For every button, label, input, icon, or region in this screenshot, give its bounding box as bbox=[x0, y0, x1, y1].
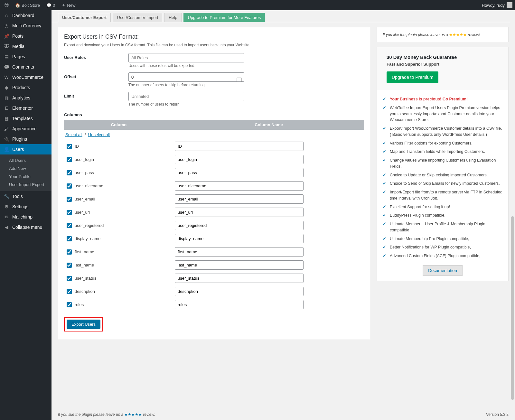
submenu-add-new[interactable]: Add New bbox=[0, 164, 52, 173]
column-name-input[interactable] bbox=[175, 300, 304, 309]
premium-box: 30 Day Money Back Guarantee Fast and Sup… bbox=[377, 47, 509, 281]
column-row: user_email bbox=[64, 192, 364, 206]
upgrade-premium-button[interactable]: Upgrade to Premium bbox=[387, 71, 438, 83]
column-name-input[interactable] bbox=[175, 168, 304, 177]
comment-icon: 💬 bbox=[3, 64, 10, 70]
column-name-input[interactable] bbox=[175, 208, 304, 217]
column-checkbox[interactable] bbox=[67, 249, 72, 255]
limit-input[interactable] bbox=[128, 92, 244, 101]
currency-icon: ◎ bbox=[3, 23, 10, 28]
column-key: display_name bbox=[75, 236, 100, 241]
column-row: display_name bbox=[64, 232, 364, 245]
column-row: user_nicename bbox=[64, 179, 364, 192]
column-checkbox[interactable] bbox=[67, 144, 72, 149]
column-checkbox[interactable] bbox=[67, 197, 72, 202]
documentation-button[interactable]: Documentation bbox=[423, 265, 463, 276]
premium-feature: Map and Transform fields while Importing… bbox=[383, 147, 502, 156]
menu-comments[interactable]: 💬Comments bbox=[0, 62, 52, 72]
column-name-input[interactable] bbox=[175, 181, 304, 191]
column-key: user_login bbox=[75, 157, 94, 162]
column-checkbox[interactable] bbox=[67, 263, 72, 268]
menu-media[interactable]: 🖼Media bbox=[0, 41, 52, 51]
user-icon: 👤 bbox=[3, 147, 10, 152]
column-checkbox[interactable] bbox=[67, 236, 72, 241]
menu-posts[interactable]: 📌Posts bbox=[0, 31, 52, 41]
menu-analytics[interactable]: ▥Analytics bbox=[0, 93, 52, 103]
column-key: ID bbox=[75, 144, 79, 149]
wrench-icon: 🔧 bbox=[3, 194, 10, 199]
column-checkbox[interactable] bbox=[67, 183, 72, 189]
review-box: If you like the plugin please leave us a… bbox=[377, 27, 509, 42]
howdy-text: Howdy, rudy bbox=[482, 3, 505, 8]
unselect-all-link[interactable]: Unselect all bbox=[88, 132, 110, 137]
column-row: ID bbox=[64, 140, 364, 153]
premium-feature: Better Notifications for WP Plugin compa… bbox=[383, 243, 502, 252]
menu-users[interactable]: 👤Users bbox=[0, 144, 52, 154]
wp-logo[interactable]: ⓦ bbox=[3, 0, 11, 10]
menu-appearance[interactable]: 🖌Appearance bbox=[0, 124, 52, 134]
menu-mailchimp[interactable]: ✉Mailchimp bbox=[0, 212, 52, 222]
column-name-input[interactable] bbox=[175, 155, 304, 164]
column-key: user_url bbox=[75, 210, 90, 215]
column-row: user_registered bbox=[64, 219, 364, 232]
select-all-link[interactable]: Select all bbox=[65, 132, 82, 137]
roles-input[interactable] bbox=[128, 53, 244, 62]
roles-help: Users with these roles will be exported. bbox=[128, 63, 244, 68]
tab-import[interactable]: User/Customer Import bbox=[113, 13, 163, 22]
stars-icon[interactable]: ★★★★★ bbox=[449, 33, 467, 37]
scrollbar-thumb[interactable] bbox=[511, 216, 514, 400]
comments-count: 0 bbox=[53, 3, 55, 8]
column-name-input[interactable] bbox=[175, 247, 304, 257]
column-name-input[interactable] bbox=[175, 287, 304, 296]
page-icon: ▤ bbox=[3, 54, 10, 59]
account-link[interactable]: Howdy, rudy bbox=[482, 2, 512, 8]
column-checkbox[interactable] bbox=[67, 157, 72, 162]
menu-templates[interactable]: ▦Templates bbox=[0, 113, 52, 124]
column-name-input[interactable] bbox=[175, 260, 304, 270]
column-checkbox[interactable] bbox=[67, 276, 72, 281]
menu-plugins[interactable]: 🔌Plugins bbox=[0, 134, 52, 144]
page-title: Export Users in CSV Format: bbox=[64, 33, 364, 40]
column-checkbox[interactable] bbox=[67, 289, 72, 294]
submenu-all-users[interactable]: All Users bbox=[0, 156, 52, 164]
tab-export[interactable]: User/Customer Export bbox=[58, 13, 111, 22]
roles-label: User Roles bbox=[64, 53, 128, 68]
column-key: roles bbox=[75, 302, 84, 307]
comments-link[interactable]: 💬0 bbox=[44, 0, 57, 10]
menu-dashboard[interactable]: ⌂Dashboard bbox=[0, 10, 52, 21]
column-name-input[interactable] bbox=[175, 234, 304, 243]
collapse-icon: ◀ bbox=[3, 225, 10, 230]
menu-multicurrency[interactable]: ◎Multi Currency bbox=[0, 21, 52, 31]
submenu-import-export[interactable]: User Import Export bbox=[0, 181, 52, 189]
column-name-input[interactable] bbox=[175, 274, 304, 283]
column-checkbox[interactable] bbox=[67, 210, 72, 215]
scrollbar[interactable] bbox=[510, 10, 515, 420]
column-checkbox[interactable] bbox=[67, 170, 72, 175]
menu-elementor[interactable]: EElementor bbox=[0, 103, 52, 113]
footer-stars-icon[interactable]: ★★★★★ bbox=[124, 412, 142, 417]
premium-feature: Import/Export file from/to a remote serv… bbox=[383, 188, 502, 203]
columns-list: IDuser_loginuser_passuser_nicenameuser_e… bbox=[64, 140, 364, 311]
column-key: user_pass bbox=[75, 170, 94, 175]
menu-woocommerce[interactable]: WWooCommerce bbox=[0, 72, 52, 82]
tab-help[interactable]: Help bbox=[164, 13, 182, 22]
site-link[interactable]: 🏠Bolt Store bbox=[13, 0, 42, 10]
tab-upgrade[interactable]: Upgrade to Premium for More Features bbox=[183, 13, 265, 22]
menu-products[interactable]: ◆Products bbox=[0, 82, 52, 93]
nav-tabs: User/Customer Export User/Customer Impor… bbox=[52, 10, 515, 22]
column-checkbox[interactable] bbox=[67, 223, 72, 228]
collapse-menu[interactable]: ◀Collapse menu bbox=[0, 222, 52, 232]
column-name-input[interactable] bbox=[175, 194, 304, 204]
column-row: user_login bbox=[64, 153, 364, 166]
column-name-input[interactable] bbox=[175, 142, 304, 151]
menu-settings[interactable]: ⚙Settings bbox=[0, 201, 52, 212]
menu-tools[interactable]: 🔧Tools bbox=[0, 191, 52, 201]
menu-pages[interactable]: ▤Pages bbox=[0, 51, 52, 62]
page-desc: Export and download your Users in CSV fo… bbox=[64, 43, 364, 47]
submenu-profile[interactable]: Your Profile bbox=[0, 173, 52, 181]
column-checkbox[interactable] bbox=[67, 302, 72, 307]
column-name-input[interactable] bbox=[175, 221, 304, 230]
offset-input[interactable] bbox=[128, 72, 244, 82]
export-users-button[interactable]: Export Users bbox=[67, 320, 100, 329]
new-content[interactable]: ＋New bbox=[60, 0, 77, 10]
